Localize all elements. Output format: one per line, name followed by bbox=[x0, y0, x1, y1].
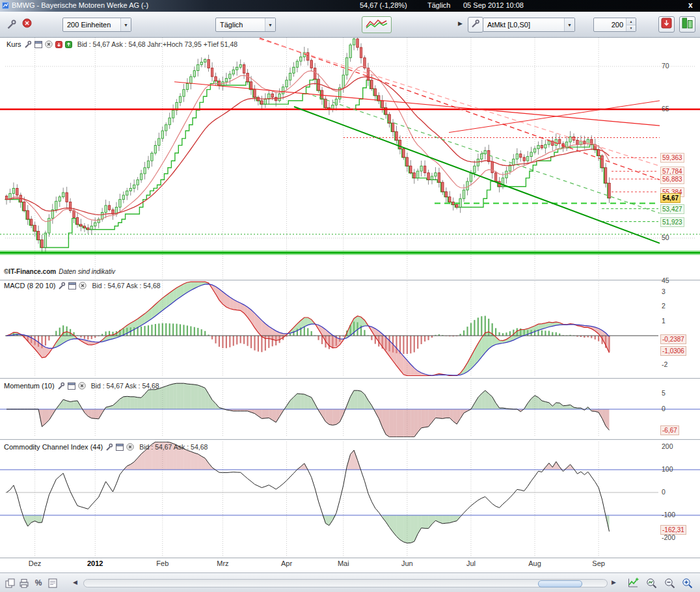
window-icon[interactable] bbox=[68, 383, 75, 390]
wrench-icon[interactable] bbox=[105, 443, 113, 451]
title-datetime: 05 Sep 2012 10:08 bbox=[463, 1, 524, 9]
scrollbar-thumb[interactable] bbox=[538, 580, 582, 587]
copyright-note: Daten sind indikativ bbox=[59, 268, 115, 275]
buy-arrow-icon[interactable] bbox=[65, 41, 72, 48]
period-dropdown[interactable]: Täglich ▼ bbox=[215, 18, 276, 32]
month-label: Jun bbox=[396, 559, 419, 567]
price-panel-title: Kurs bbox=[7, 40, 21, 48]
scroll-right-button[interactable]: ▶ bbox=[612, 579, 616, 585]
chart-add-icon[interactable] bbox=[627, 577, 639, 589]
zoom-out-icon[interactable] bbox=[664, 577, 675, 589]
panel-separator bbox=[0, 280, 700, 281]
month-label: Jul bbox=[459, 559, 483, 567]
toolbar-wrench-icon[interactable] bbox=[7, 19, 17, 32]
momentum-panel-title: Momentum (10) bbox=[4, 382, 55, 390]
app-window: BMWG - Bayerische Motoren Werke AG (-) 5… bbox=[0, 0, 700, 592]
month-label: Dez bbox=[23, 559, 47, 567]
momentum-bid-ask: Bid : 54,67 Ask : 54,68 bbox=[91, 382, 159, 390]
wrench-icon bbox=[471, 19, 480, 31]
month-label: 2012 bbox=[83, 559, 107, 567]
title-bar: BMWG - Bayerische Motoren Werke AG (-) 5… bbox=[0, 0, 700, 12]
spinner-down-icon[interactable]: ▼ bbox=[626, 25, 636, 32]
wrench-icon[interactable] bbox=[57, 382, 65, 390]
chart-style-icon bbox=[365, 18, 388, 32]
month-label: Mrz bbox=[211, 559, 234, 567]
title-price: 54,67 (-1,28%) bbox=[360, 1, 407, 9]
macd-bid-ask: Bid : 54,67 Ask : 54,68 bbox=[92, 282, 160, 289]
copy-icon[interactable] bbox=[4, 577, 16, 589]
price-bid-ask: Bid : 54,67 Ask : 54,68 Jahr:+Hoch 73,95… bbox=[77, 40, 238, 48]
zoom-chart-icon[interactable] bbox=[645, 577, 657, 589]
cci-panel-title: Commodity Channel Index (44) bbox=[4, 443, 103, 451]
month-label: Mai bbox=[332, 559, 355, 567]
momentum-panel-header: Momentum (10) Bid : 54,67 Ask : 54,68 bbox=[4, 382, 159, 390]
window-icon[interactable] bbox=[116, 444, 124, 451]
collapse-arrow-icon[interactable]: ▶ bbox=[458, 20, 463, 27]
quantity-stepper[interactable]: 200 ▲ ▼ bbox=[593, 18, 636, 32]
macd-panel-title: MACD (8 20 10) bbox=[4, 282, 55, 289]
units-dropdown-value: 200 Einheiten bbox=[63, 21, 120, 29]
month-label: Aug bbox=[523, 559, 546, 567]
toolbar-close-icon[interactable] bbox=[22, 18, 32, 31]
time-axis: Dez2012FebMrzAprMaiJunJulAugSep bbox=[0, 559, 700, 570]
window-icon[interactable] bbox=[68, 282, 76, 289]
chart-style-button[interactable] bbox=[362, 16, 392, 33]
close-icon[interactable] bbox=[45, 40, 53, 48]
title-period: Täglich bbox=[427, 1, 450, 9]
month-label: Apr bbox=[275, 559, 299, 567]
order-type-value: AtMkt [L0,S0] bbox=[483, 21, 564, 29]
price-panel-header: Kurs Bid : 54,67 Ask : 54,68 Jahr:+Hoch … bbox=[7, 40, 237, 48]
quantity-value: 200 bbox=[594, 21, 626, 29]
order-type-dropdown[interactable]: AtMkt [L0,S0] ▼ bbox=[483, 18, 575, 32]
close-icon[interactable] bbox=[78, 382, 86, 390]
macd-chart-canvas[interactable] bbox=[0, 281, 700, 376]
bottom-toolbar: % ◀ ▶ bbox=[0, 572, 700, 592]
spinner-up-icon[interactable]: ▲ bbox=[626, 18, 636, 25]
print-icon[interactable] bbox=[18, 577, 30, 589]
split-green-icon bbox=[682, 18, 693, 31]
panel-separator bbox=[0, 439, 700, 440]
copyright-notice: ©IT-Finance.comDaten sind indikativ bbox=[4, 268, 115, 275]
chevron-down-icon: ▼ bbox=[564, 18, 574, 31]
main-toolbar: 200 Einheiten ▼ Täglich ▼ ▶ AtMkt [L0,S0… bbox=[0, 12, 700, 38]
units-dropdown[interactable]: 200 Einheiten ▼ bbox=[62, 18, 131, 32]
window-title: BMWG - Bayerische Motoren Werke AG (-) bbox=[12, 1, 148, 9]
arrow-down-red-icon bbox=[661, 18, 672, 31]
price-chart-canvas[interactable] bbox=[0, 38, 700, 280]
cci-panel-header: Commodity Channel Index (44) Bid : 54,67… bbox=[4, 443, 208, 451]
month-label: Feb bbox=[151, 559, 174, 567]
macd-panel-header: MACD (8 20 10) Bid : 54,67 Ask : 54,68 bbox=[4, 282, 161, 289]
chevron-down-icon: ▼ bbox=[120, 18, 131, 31]
chevron-down-icon: ▼ bbox=[265, 18, 275, 31]
wrench-icon[interactable] bbox=[24, 40, 32, 48]
percent-icon[interactable]: % bbox=[33, 577, 44, 589]
close-icon[interactable] bbox=[126, 443, 134, 451]
split-view-button[interactable] bbox=[679, 16, 695, 33]
horizontal-scrollbar[interactable] bbox=[83, 579, 608, 587]
cci-chart-canvas[interactable] bbox=[0, 442, 700, 557]
wrench-icon[interactable] bbox=[58, 282, 66, 289]
copyright-source: ©IT-Finance.com bbox=[4, 268, 56, 275]
panel-separator bbox=[0, 378, 700, 379]
month-label: Sep bbox=[587, 559, 610, 567]
cci-bid-ask: Bid : 54,67 Ask : 54,68 bbox=[139, 443, 208, 451]
zoom-in-icon[interactable] bbox=[681, 577, 693, 589]
panel-separator bbox=[0, 558, 700, 559]
app-icon bbox=[2, 2, 9, 10]
close-icon[interactable] bbox=[79, 282, 87, 289]
period-dropdown-value: Täglich bbox=[216, 21, 265, 29]
window-icon[interactable] bbox=[34, 41, 42, 48]
sell-arrow-icon[interactable] bbox=[55, 41, 62, 48]
settings-wrench-button[interactable] bbox=[468, 17, 483, 33]
window-close-button[interactable]: x bbox=[688, 1, 693, 10]
sell-order-button[interactable] bbox=[658, 16, 675, 33]
notes-icon[interactable] bbox=[47, 577, 59, 589]
scroll-left-button[interactable]: ◀ bbox=[73, 579, 77, 585]
